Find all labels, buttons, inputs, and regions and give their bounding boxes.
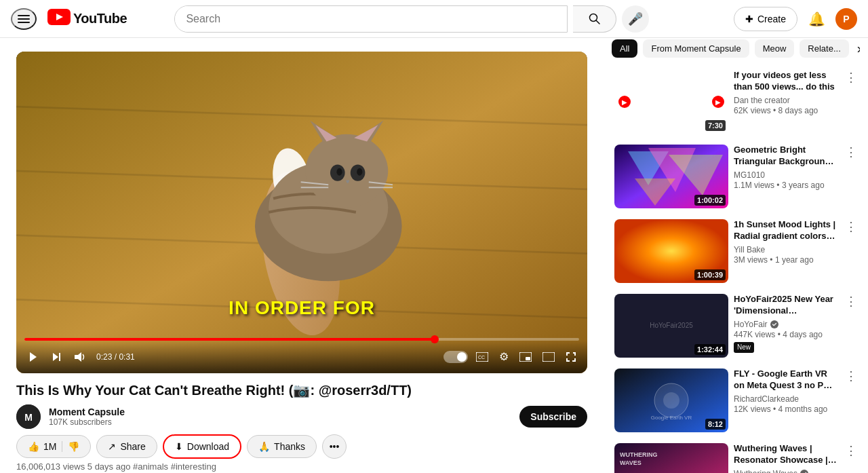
create-icon: ✚: [745, 14, 753, 24]
youtube-logo[interactable]: YouTube: [47, 9, 127, 29]
sidebar-video-item[interactable]: 1:00:02 Geometric Bright Triangular Back…: [612, 142, 860, 211]
sidebar-video-item[interactable]: HoYoFair2025 1:32:44 HoYoFair2025 New Ye…: [612, 291, 860, 360]
channel-name[interactable]: Moment Capsule: [49, 406, 511, 417]
subscribe-button[interactable]: Subscribe: [519, 406, 587, 428]
time-display: 0:23 / 0:31: [96, 352, 135, 362]
sidebar-video-title: Wuthering Waves | Resonator Showcase | C…: [734, 443, 837, 466]
svg-point-47: [770, 320, 778, 328]
video-info: This Is Why Your Cat Can't Breathe Right…: [16, 381, 587, 472]
sidebar-channel-name: Wuthering Waves: [734, 469, 837, 473]
share-button[interactable]: ↗ Share: [96, 435, 157, 458]
thanks-icon: 🙏: [258, 441, 270, 452]
fullscreen-button[interactable]: [563, 349, 579, 365]
svg-point-24: [357, 168, 362, 176]
sidebar-video-info: FLY - Google Earth VR on Meta Quest 3 no…: [734, 368, 837, 432]
svg-line-6: [596, 20, 599, 24]
thumbnail: 1:00:02: [614, 145, 728, 208]
create-button[interactable]: ✚ Create: [734, 7, 797, 31]
thumbnail: WUTHERING WAVES 4:29: [614, 443, 728, 473]
search-button[interactable]: [573, 5, 616, 33]
download-button[interactable]: ⬇ Download: [163, 434, 241, 459]
search-input[interactable]: [175, 6, 567, 32]
sidebar-more-button[interactable]: ⋮: [842, 294, 857, 309]
sidebar-video-info: 1h Sunset Mood Lights | Radial gradient …: [734, 219, 837, 283]
sidebar-video-meta: 12K views • 4 months ago: [734, 404, 837, 415]
sidebar-video-item[interactable]: 1:00:39 1h Sunset Mood Lights | Radial g…: [612, 216, 860, 286]
sidebar-video-meta: 1.1M views • 3 years ago: [734, 180, 837, 191]
svg-point-16: [305, 134, 388, 208]
sidebar-channel-name: MG1010: [734, 170, 837, 180]
svg-rect-2: [18, 22, 30, 23]
settings-button[interactable]: ⚙: [496, 347, 511, 366]
sidebar-more-button[interactable]: ⋮: [842, 368, 857, 383]
play-button[interactable]: [24, 348, 42, 366]
miniplayer-button[interactable]: [517, 349, 534, 364]
svg-marker-29: [30, 352, 37, 362]
svg-rect-0: [18, 15, 30, 16]
filter-relate[interactable]: Relate...: [800, 39, 848, 58]
sidebar-video-item[interactable]: WUTHERING WAVES 4:29 Wuthering Waves | R…: [612, 440, 860, 473]
filter-moment-capsule[interactable]: From Moment Capsule: [643, 39, 749, 58]
filter-next-button[interactable]: ›: [854, 38, 860, 59]
sidebar-video-info: HoYoFair2025 New Year 'Dimensional Detec…: [734, 294, 837, 358]
like-button[interactable]: 👍 1M 👎: [16, 435, 91, 458]
thumbnail: 1:00:39: [614, 219, 728, 283]
filter-all[interactable]: All: [612, 39, 637, 58]
sidebar-video-list: Views 13 unf**k your channel. ▶ ▶ 7:30 I…: [612, 67, 860, 473]
sidebar-video-item[interactable]: Views 13 unf**k your channel. ▶ ▶ 7:30 I…: [612, 67, 860, 136]
autoplay-toggle[interactable]: [443, 351, 468, 363]
channel-row: M Moment Capsule 107K subscribers Subscr…: [16, 404, 587, 429]
header-right: ✚ Create 🔔 P: [734, 5, 857, 33]
video-controls: 0:23 / 0:31 CC ⚙: [16, 341, 587, 373]
channel-avatar[interactable]: M: [16, 404, 41, 429]
volume-button[interactable]: [71, 348, 88, 366]
sidebar-video-title: 1h Sunset Mood Lights | Radial gradient …: [734, 219, 837, 242]
theater-button[interactable]: [540, 349, 557, 364]
menu-button[interactable]: [11, 8, 37, 30]
mic-button[interactable]: 🎤: [622, 5, 649, 33]
sidebar-channel-name: HoYoFair: [734, 320, 837, 329]
sidebar-video-meta: 3M views • 1 year ago: [734, 254, 837, 266]
sidebar-channel-name: RichardClarkeade: [734, 394, 837, 404]
sidebar-more-button[interactable]: ⋮: [842, 443, 857, 458]
avatar-letter: P: [843, 14, 849, 24]
sidebar-video-item[interactable]: Google Earth VR 8:12 FLY - Google Earth …: [612, 366, 860, 435]
captions-button[interactable]: CC: [473, 349, 491, 364]
search-input-wrap: [174, 5, 568, 33]
sidebar-video-title: If your videos get less than 500 views..…: [734, 70, 837, 93]
more-icon: •••: [330, 441, 340, 452]
youtube-icon: [47, 9, 71, 29]
sidebar: All From Moment Capsule Meow Relate... ›…: [604, 38, 868, 473]
more-button[interactable]: •••: [322, 434, 347, 459]
thumbnail: HoYoFair2025 1:32:44: [614, 294, 728, 358]
share-icon: ↗: [108, 441, 116, 452]
sidebar-video-title: Geometric Bright Triangular Background v…: [734, 145, 837, 168]
video-frame: IN ORDER FOR: [16, 52, 587, 373]
filter-meow[interactable]: Meow: [755, 39, 795, 58]
sidebar-more-button[interactable]: ⋮: [842, 145, 857, 159]
video-player[interactable]: IN ORDER FOR: [16, 52, 587, 373]
notifications-button[interactable]: 🔔: [803, 5, 830, 33]
svg-point-50: [663, 392, 679, 409]
svg-rect-30: [59, 353, 60, 361]
thanks-button[interactable]: 🙏 Thanks: [247, 435, 317, 458]
svg-text:WAVES: WAVES: [620, 459, 642, 466]
svg-text:CC: CC: [478, 355, 485, 360]
channel-info: Moment Capsule 107K subscribers: [49, 406, 511, 427]
time-total: 0:31: [119, 352, 134, 362]
svg-rect-1: [18, 18, 30, 20]
video-duration: 8:12: [705, 419, 726, 430]
sidebar-more-button[interactable]: ⋮: [842, 70, 857, 85]
avatar[interactable]: P: [835, 8, 857, 30]
video-title: This Is Why Your Cat Can't Breathe Right…: [16, 381, 587, 399]
sidebar-video-meta: 62K views • 8 days ago: [734, 105, 837, 117]
thumbnail: Views 13 unf**k your channel. ▶ ▶ 7:30: [614, 70, 728, 134]
sidebar-video-title: HoYoFair2025 New Year 'Dimensional Detec…: [734, 294, 837, 317]
svg-point-55: [800, 470, 808, 473]
skip-button[interactable]: [47, 348, 65, 366]
filter-pills: All From Moment Capsule Meow Relate... ›: [612, 38, 860, 59]
channel-subs: 107K subscribers: [49, 417, 511, 427]
time-current: 0:23: [96, 352, 112, 362]
sidebar-more-button[interactable]: ⋮: [842, 219, 857, 234]
sidebar-channel-name: Yill Bake: [734, 245, 837, 254]
